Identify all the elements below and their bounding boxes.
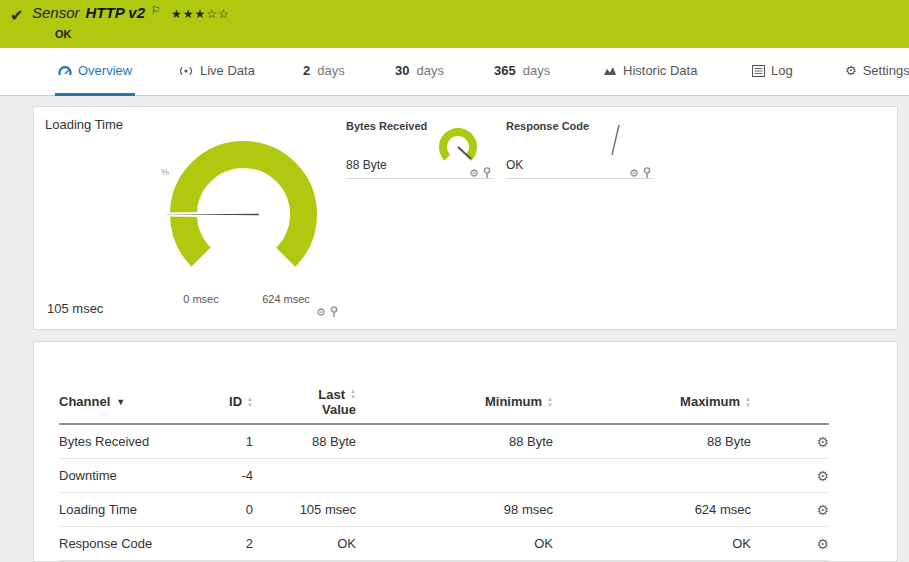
gauge-settings-icon[interactable]: ⚙ (316, 307, 326, 318)
tab-overview-label: Overview (78, 63, 132, 78)
prtg-sensor-page: ✔ Sensor HTTP v2 ⚐ ★★★☆☆ OK Overview Liv… (0, 0, 909, 562)
channel-id: -4 (205, 468, 253, 483)
tab-historic-data-label: Historic Data (623, 63, 697, 78)
tab-settings-label: Settings (863, 63, 909, 78)
channel-id: 1 (205, 434, 253, 449)
gauge-scale-max: 624 msec (251, 293, 321, 305)
pin-icon[interactable] (330, 306, 338, 318)
response-code-gauge (602, 121, 626, 161)
tab-settings[interactable]: ⚙ Settings (842, 48, 909, 96)
channel-settings-icon[interactable]: ⚙ (816, 469, 829, 483)
status-ok-check-icon: ✔ (10, 6, 23, 25)
table-row: Loading Time 0 105 msec 98 msec 624 msec… (59, 493, 829, 527)
channel-name: Downtime (59, 468, 205, 483)
tab-historic-data[interactable]: Historic Data (600, 48, 700, 96)
column-header-minimum[interactable]: Minimum ▲▼ (356, 394, 553, 409)
channels-panel: Channel ▼ ID ▲▼ Last ▲▼ Value (33, 341, 898, 562)
channel-minimum: 98 msec (356, 502, 553, 517)
channel-maximum: OK (553, 536, 751, 551)
table-row: Downtime -4 ⚙ (59, 459, 829, 493)
loading-time-gauge (156, 127, 331, 302)
tab-2-days[interactable]: 2 days (300, 48, 348, 96)
historic-data-chart-icon (603, 65, 617, 76)
bytes-received-gauge (434, 123, 482, 171)
sensor-kind-label: Sensor (32, 4, 80, 21)
response-code-gauge-controls: ⚙ (629, 167, 651, 179)
column-header-channel[interactable]: Channel ▼ (59, 394, 205, 409)
gauge-settings-icon[interactable]: ⚙ (469, 168, 479, 179)
tab-live-data[interactable]: Live Data (175, 48, 258, 96)
channel-name: Bytes Received (59, 434, 205, 449)
channel-minimum: OK (356, 536, 553, 551)
channel-minimum: 88 Byte (356, 434, 553, 449)
channel-last-value: 105 msec (253, 502, 356, 517)
tab-30-days-unit: days (416, 63, 443, 78)
sort-caret-down-icon: ▼ (116, 397, 125, 407)
sensor-title: Sensor HTTP v2 ⚐ ★★★☆☆ (32, 4, 230, 21)
gauge-settings-icon[interactable]: ⚙ (629, 168, 639, 179)
bytes-received-gauge-controls: ⚙ (469, 167, 491, 179)
channels-table: Channel ▼ ID ▲▼ Last ▲▼ Value (59, 380, 829, 561)
sort-arrows-icon: ▲▼ (745, 396, 751, 408)
log-list-icon (752, 65, 765, 77)
channel-name: Response Code (59, 536, 205, 551)
gauge-scale-min: 0 msec (171, 293, 231, 305)
table-header-row: Channel ▼ ID ▲▼ Last ▲▼ Value (59, 380, 829, 425)
channel-settings-icon[interactable]: ⚙ (816, 537, 829, 551)
tab-2-days-unit: days (317, 63, 344, 78)
table-row: Response Code 2 OK OK OK ⚙ (59, 527, 829, 561)
loading-time-value: 105 msec (47, 301, 103, 316)
tab-bar: Overview Live Data 2 days 30 days 365 da… (0, 48, 909, 96)
tab-live-data-label: Live Data (200, 63, 255, 78)
bytes-received-gauge-title: Bytes Received (346, 120, 427, 132)
column-header-maximum[interactable]: Maximum ▲▼ (553, 394, 751, 409)
tab-overview[interactable]: Overview (55, 48, 135, 96)
pin-icon[interactable] (483, 167, 491, 179)
tab-365-days[interactable]: 365 days (491, 48, 553, 96)
sensor-name: HTTP v2 (86, 4, 145, 21)
sensor-status-badge: OK (55, 28, 72, 40)
column-header-last-value[interactable]: Last ▲▼ Value (253, 387, 356, 417)
column-header-id[interactable]: ID ▲▼ (205, 394, 253, 409)
channel-settings-icon[interactable]: ⚙ (816, 435, 829, 449)
tab-log[interactable]: Log (749, 48, 796, 96)
channel-name: Loading Time (59, 502, 205, 517)
channel-id: 2 (205, 536, 253, 551)
priority-stars[interactable]: ★★★☆☆ (171, 7, 230, 21)
priority-flag-icon[interactable]: ⚐ (151, 4, 161, 17)
channel-last-value: OK (253, 536, 356, 551)
table-row: Bytes Received 1 88 Byte 88 Byte 88 Byte… (59, 425, 829, 459)
tab-log-label: Log (771, 63, 793, 78)
response-code-gauge-title: Response Code (506, 120, 589, 132)
settings-gear-icon: ⚙ (845, 64, 857, 77)
channel-maximum: 624 msec (553, 502, 751, 517)
loading-time-gauge-controls: ⚙ (316, 306, 338, 318)
channel-settings-icon[interactable]: ⚙ (816, 503, 829, 517)
overview-gauge-icon (58, 65, 72, 77)
channel-maximum: 88 Byte (553, 434, 751, 449)
channel-id: 0 (205, 502, 253, 517)
bytes-received-value: 88 Byte (346, 158, 387, 172)
tab-365-days-number: 365 (494, 63, 516, 78)
pin-icon[interactable] (643, 167, 651, 179)
gauge-unit-label: % (161, 167, 169, 177)
tab-30-days[interactable]: 30 days (392, 48, 447, 96)
channel-last-value: 88 Byte (253, 434, 356, 449)
response-code-value: OK (506, 158, 523, 172)
loading-time-gauge-title: Loading Time (45, 117, 123, 132)
sensor-header: ✔ Sensor HTTP v2 ⚐ ★★★☆☆ OK (0, 0, 909, 48)
tab-365-days-unit: days (523, 63, 550, 78)
gauges-panel: Loading Time % 0 msec 624 msec 105 msec … (33, 106, 898, 330)
tab-30-days-number: 30 (395, 63, 409, 78)
live-data-icon (178, 65, 194, 77)
tab-2-days-number: 2 (303, 63, 310, 78)
